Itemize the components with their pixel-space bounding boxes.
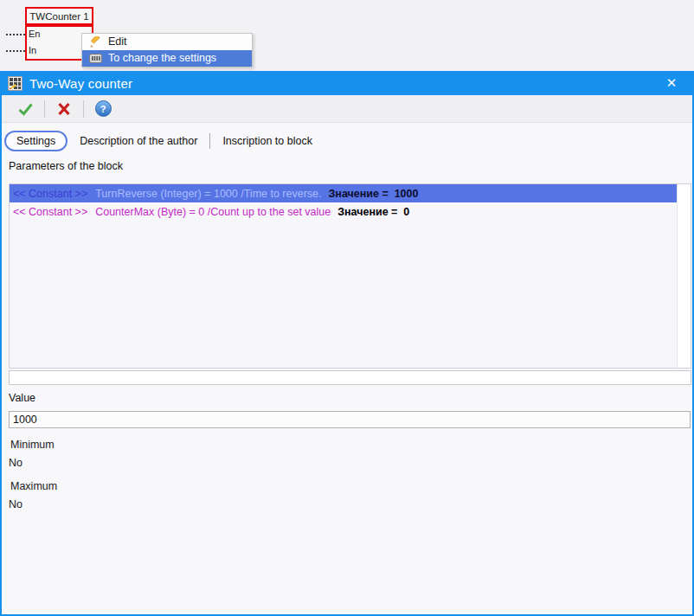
two-way-counter-dialog: Two-Way counter ✕ ? Settings Descripti (0, 71, 694, 616)
value-label: Value (9, 392, 35, 404)
block-title-label: TWCounter 1 (29, 11, 88, 22)
cancel-button[interactable] (55, 100, 74, 118)
close-icon[interactable]: ✕ (659, 71, 684, 95)
maximum-value: No (9, 498, 22, 510)
menu-item-change-settings[interactable]: To change the settings (82, 50, 252, 67)
block-port-en: En (29, 29, 40, 39)
listbox-horizontal-scrollbar[interactable] (9, 370, 691, 385)
menu-item-label: To change the settings (108, 50, 216, 67)
port-wire-in (6, 50, 25, 52)
parameter-kind: << Constant >> (13, 206, 87, 218)
dialog-toolbar: ? (2, 95, 692, 123)
toolbar-separator (83, 100, 84, 118)
parameter-desc: TurnReverse (Integer) = 1000 /Time to re… (95, 188, 321, 200)
apply-button[interactable] (16, 100, 35, 118)
tab-inscription-to-block[interactable]: Inscription to block (210, 135, 325, 147)
tab-settings[interactable]: Settings (4, 131, 67, 151)
minimum-value: No (9, 457, 22, 469)
parameter-row-turnreverse[interactable]: << Constant >> TurnReverse (Integer) = 1… (10, 184, 677, 202)
app-icon (8, 76, 22, 91)
parameter-kind: << Constant >> (13, 188, 87, 200)
parameters-listbox: << Constant >> TurnReverse (Integer) = 1… (9, 183, 691, 369)
block-port-in: In (29, 45, 36, 55)
help-button[interactable]: ? (93, 100, 112, 118)
listbox-vertical-scrollbar[interactable] (677, 184, 691, 368)
tab-bar: Settings Description of the author Inscr… (4, 129, 325, 152)
help-icon: ? (95, 100, 112, 117)
dialog-title: Two-Way counter (29, 76, 132, 91)
port-wire-en (6, 34, 25, 35)
value-input[interactable] (9, 411, 691, 428)
context-menu: Edit To change the settings (81, 33, 253, 67)
parameter-value: Значение = 1000 (329, 188, 419, 200)
keypad-icon (88, 52, 102, 66)
pencil-icon (88, 35, 102, 49)
parameter-row-countermax[interactable]: << Constant >> CounterMax (Byte) = 0 /Co… (10, 202, 677, 221)
menu-item-edit[interactable]: Edit (82, 34, 252, 50)
dialog-titlebar[interactable]: Two-Way counter ✕ (2, 71, 692, 95)
tab-description-of-author[interactable]: Description of the author (67, 135, 209, 147)
screen: TWCounter 1 En In Edit (0, 0, 694, 616)
cancel-x-icon (57, 102, 71, 116)
toolbar-separator (44, 100, 45, 118)
minimum-label: Minimum (10, 439, 55, 451)
block-title-box[interactable]: TWCounter 1 (25, 7, 93, 25)
menu-item-label: Edit (108, 34, 127, 50)
parameter-value: Значение = 0 (337, 206, 409, 218)
apply-check-icon (17, 102, 34, 116)
maximum-label: Maximum (10, 480, 57, 492)
parameter-desc: CounterMax (Byte) = 0 /Count up to the s… (95, 206, 331, 218)
parameters-label: Parameters of the block (9, 160, 123, 172)
